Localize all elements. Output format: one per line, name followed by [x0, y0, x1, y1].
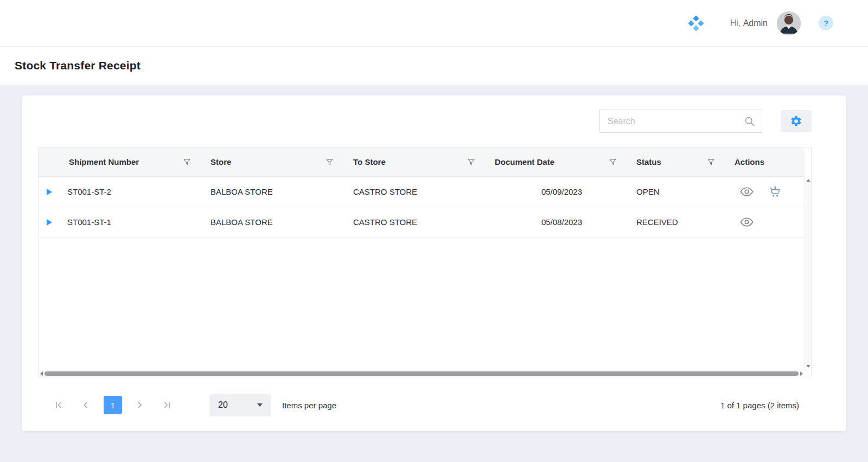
diamond-shape — [698, 20, 704, 26]
greeting-username: Admin — [743, 18, 768, 28]
column-header-actions: Actions — [724, 147, 805, 176]
to-store-value: CASTRO STORE — [353, 217, 417, 227]
column-header-document-date[interactable]: Document Date — [484, 147, 626, 176]
main-content: Shipment Number Store To S — [0, 85, 868, 431]
filter-icon[interactable] — [467, 158, 475, 166]
column-header-to-store[interactable]: To Store — [342, 147, 484, 176]
scroll-up-arrow[interactable] — [806, 179, 810, 182]
scroll-down-arrow[interactable] — [806, 365, 810, 368]
column-label: Status — [636, 157, 661, 166]
expand-row-icon[interactable] — [47, 219, 52, 226]
current-page-button[interactable]: 1 — [104, 396, 122, 414]
status-value: OPEN — [636, 187, 660, 196]
cell-actions — [724, 207, 805, 237]
diamond-shape — [693, 15, 699, 21]
filter-icon[interactable] — [707, 158, 715, 166]
cell-store: BALBOA STORE — [200, 177, 342, 207]
view-icon[interactable] — [740, 217, 754, 227]
chevron-left-icon — [81, 400, 91, 410]
table-row[interactable]: ST001-ST-2 BALBOA STORE CASTRO STORE 05/… — [39, 177, 805, 207]
document-date-value: 05/08/2023 — [541, 217, 582, 227]
help-glyph: ? — [824, 18, 828, 28]
store-value: BALBOA STORE — [210, 187, 273, 196]
column-header-shipment-number[interactable]: Shipment Number — [39, 147, 200, 176]
column-header-store[interactable]: Store — [200, 147, 342, 176]
avatar[interactable] — [777, 11, 801, 35]
filter-icon[interactable] — [609, 158, 617, 166]
first-page-icon — [54, 400, 63, 410]
scroll-left-arrow[interactable] — [40, 371, 43, 376]
expand-row-icon[interactable] — [47, 189, 52, 195]
store-value: BALBOA STORE — [210, 217, 273, 227]
column-label: Document Date — [495, 157, 554, 166]
gear-icon — [790, 115, 802, 127]
column-label: Store — [210, 157, 231, 166]
receive-cart-icon[interactable] — [768, 185, 781, 198]
avatar-image — [777, 11, 801, 35]
search-box — [599, 110, 762, 133]
page-size-dropdown[interactable]: 20 — [209, 394, 271, 416]
grid-header-row: Shipment Number Store To S — [39, 147, 805, 177]
items-per-page-label: Items per page — [282, 401, 336, 410]
column-label: Actions — [735, 157, 764, 166]
help-icon[interactable]: ? — [819, 16, 833, 30]
cell-to-store: CASTRO STORE — [342, 207, 484, 237]
page-title: Stock Transfer Receipt — [15, 59, 141, 72]
first-page-button[interactable] — [49, 396, 68, 414]
status-value: RECEIVED — [636, 217, 678, 227]
chevron-right-icon — [135, 400, 145, 410]
page-size-value: 20 — [218, 400, 228, 410]
scroll-right-arrow[interactable] — [800, 371, 803, 376]
column-label: To Store — [353, 157, 386, 166]
cell-document-date: 05/09/2023 — [484, 177, 626, 207]
grid-body: ST001-ST-2 BALBOA STORE CASTRO STORE 05/… — [39, 177, 805, 370]
chevron-down-icon — [257, 403, 263, 407]
last-page-button[interactable] — [158, 396, 176, 414]
cell-to-store: CASTRO STORE — [342, 177, 484, 207]
filter-icon[interactable] — [183, 158, 191, 166]
cell-shipment-number: ST001-ST-1 — [39, 207, 200, 237]
cell-shipment-number: ST001-ST-2 — [39, 177, 200, 207]
column-header-status[interactable]: Status — [626, 147, 724, 176]
vertical-scrollbar[interactable] — [805, 177, 811, 370]
search-input[interactable] — [599, 110, 762, 133]
top-header: Hi,Admin ? — [0, 0, 868, 46]
grid-main: Shipment Number Store To S — [39, 147, 805, 377]
user-greeting: Hi,Admin — [730, 18, 768, 28]
filter-icon[interactable] — [326, 158, 334, 166]
to-store-value: CASTRO STORE — [353, 187, 417, 196]
horizontal-scroll-thumb[interactable] — [44, 371, 799, 376]
title-bar: Stock Transfer Receipt — [0, 46, 868, 85]
shipment-number-value: ST001-ST-1 — [67, 217, 111, 227]
view-icon[interactable] — [740, 187, 754, 197]
app-logo-icon[interactable] — [689, 16, 703, 30]
diamond-shape — [693, 25, 699, 31]
shipment-number-value: ST001-ST-2 — [67, 187, 111, 196]
grid-toolbar — [38, 110, 812, 133]
search-icon — [744, 116, 755, 127]
data-grid: Shipment Number Store To S — [38, 147, 812, 377]
cell-actions — [724, 177, 805, 207]
greeting-prefix: Hi, — [730, 18, 741, 28]
grid-settings-button[interactable] — [781, 110, 812, 132]
prev-page-button[interactable] — [76, 396, 95, 414]
cell-status: OPEN — [626, 177, 724, 207]
cell-document-date: 05/08/2023 — [484, 207, 626, 237]
next-page-button[interactable] — [131, 396, 149, 414]
page-summary: 1 of 1 pages (2 items) — [720, 401, 799, 410]
diamond-shape — [688, 20, 694, 26]
table-row[interactable]: ST001-ST-1 BALBOA STORE CASTRO STORE 05/… — [39, 207, 805, 238]
last-page-icon — [162, 400, 172, 410]
horizontal-scrollbar[interactable] — [39, 370, 805, 377]
pagination-bar: 1 20 Items per page 1 of 1 pages (2 i — [49, 382, 799, 428]
column-label: Shipment Number — [69, 157, 139, 166]
cell-status: RECEIVED — [626, 207, 724, 237]
content-card: Shipment Number Store To S — [22, 95, 846, 431]
cell-store: BALBOA STORE — [200, 207, 342, 237]
app-root: Hi,Admin ? Stock Transfer Receipt — [0, 0, 868, 431]
document-date-value: 05/09/2023 — [541, 187, 582, 196]
